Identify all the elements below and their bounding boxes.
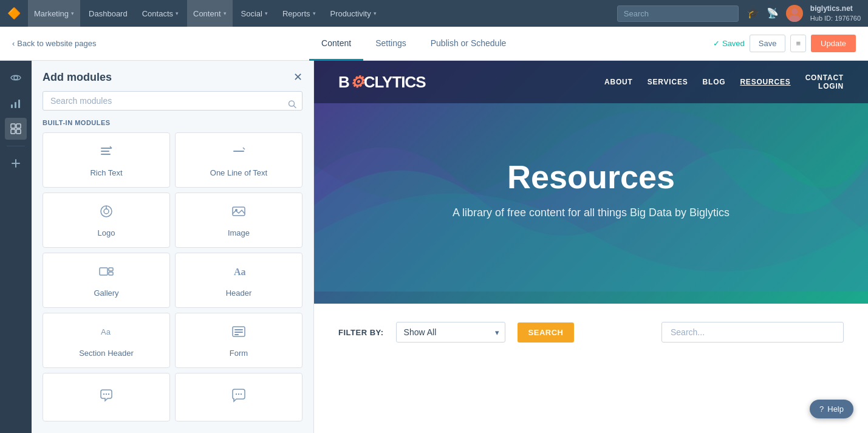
nav-login[interactable]: LOGIN [818, 82, 844, 90]
filter-section: FILTER BY: Show All ▾ SEARCH [314, 304, 868, 361]
analytics-icon-btn[interactable] [5, 92, 27, 114]
svg-rect-3 [11, 104, 13, 108]
svg-rect-14 [101, 148, 112, 149]
nav-contact[interactable]: CONTACT [805, 73, 844, 82]
tab-content[interactable]: Content [309, 27, 363, 61]
modules-search-icon [288, 100, 296, 111]
chat-1-icon [98, 387, 115, 407]
svg-rect-9 [16, 129, 21, 134]
nav-resources[interactable]: RESOURCES [740, 78, 790, 86]
svg-rect-6 [11, 124, 15, 128]
module-logo[interactable]: Logo [43, 193, 170, 248]
nav-blog[interactable]: BLOG [703, 78, 726, 86]
svg-rect-31 [234, 334, 239, 335]
modules-header: Add modules ✕ [32, 61, 313, 91]
update-button[interactable]: Update [811, 35, 856, 52]
add-icon-btn[interactable] [5, 152, 27, 174]
back-link[interactable]: ‹ Back to website pages [12, 39, 96, 48]
section-header-icon: Aa [98, 323, 115, 344]
modules-title: Add modules [43, 71, 112, 84]
site-nav-links: ABOUT SERVICES BLOG RESOURCES CONTACT LO… [604, 73, 844, 90]
svg-rect-8 [11, 129, 15, 134]
sidebar-icons [0, 61, 32, 433]
svg-text:Aa: Aa [101, 327, 111, 336]
svg-point-22 [235, 209, 238, 211]
user-avatar[interactable] [786, 5, 803, 22]
svg-rect-17 [233, 151, 244, 152]
svg-rect-24 [109, 268, 113, 271]
nav-social[interactable]: Social ▾ [235, 0, 274, 27]
form-icon [230, 323, 247, 344]
svg-rect-5 [18, 100, 20, 108]
tab-publish-schedule[interactable]: Publish or Schedule [419, 27, 519, 61]
filter-select[interactable]: Show All [396, 322, 505, 343]
svg-rect-30 [234, 332, 243, 333]
sub-header-actions: ✓ Saved Save ≡ Update [713, 35, 856, 52]
contacts-arrow: ▾ [176, 10, 179, 16]
list-view-button[interactable]: ≡ [790, 35, 806, 52]
nav-reports[interactable]: Reports ▾ [276, 0, 322, 27]
save-button[interactable]: Save [750, 35, 786, 52]
built-in-label: BUILT-IN MODULES [32, 119, 313, 132]
nav-content[interactable]: Content ▾ [187, 0, 233, 27]
content-arrow: ▾ [224, 10, 227, 16]
social-arrow: ▾ [265, 10, 268, 16]
module-chat-2[interactable] [175, 373, 302, 421]
nav-contacts[interactable]: Contacts ▾ [136, 0, 185, 27]
svg-point-34 [108, 394, 109, 395]
module-rich-text[interactable]: Rich Text [43, 132, 170, 188]
image-icon [230, 203, 247, 223]
module-image[interactable]: Image [175, 193, 302, 248]
hero-subtitle: A library of free content for all things… [453, 206, 730, 219]
sub-header: ‹ Back to website pages Content Settings… [0, 27, 868, 61]
svg-point-19 [104, 209, 109, 214]
logo-module-label: Logo [98, 228, 115, 237]
main-layout: Add modules ✕ BUILT-IN MODULES Rich Text [0, 61, 868, 433]
filter-label: FILTER BY: [338, 328, 384, 337]
user-info: biglytics.net Hub ID: 1976760 [810, 4, 861, 22]
module-form[interactable]: Form [175, 313, 302, 368]
modules-panel: Add modules ✕ BUILT-IN MODULES Rich Text [32, 61, 314, 433]
close-modules-button[interactable]: ✕ [293, 70, 302, 84]
svg-rect-15 [101, 151, 109, 152]
gallery-icon [98, 263, 115, 284]
gallery-module-label: Gallery [94, 288, 118, 298]
search-button[interactable]: SEARCH [518, 322, 575, 343]
module-section-header[interactable]: Aa Section Header [43, 313, 170, 368]
help-button[interactable]: ? Help [810, 400, 853, 418]
eye-icon-btn[interactable] [5, 67, 27, 89]
nav-marketing[interactable]: Marketing ▾ [28, 0, 80, 27]
hubspot-logo: 🔶 [7, 7, 21, 20]
global-search-input[interactable] [617, 5, 739, 22]
svg-point-36 [238, 394, 239, 395]
nav-services[interactable]: SERVICES [648, 78, 688, 86]
logo-icon [98, 203, 115, 223]
nav-productivity[interactable]: Productivity ▾ [324, 0, 383, 27]
modules-search-wrap [32, 91, 313, 119]
modules-icon-btn[interactable] [5, 118, 27, 140]
module-gallery[interactable]: Gallery [43, 253, 170, 308]
sub-tabs: Content Settings Publish or Schedule [114, 27, 713, 60]
svg-point-37 [241, 394, 242, 395]
nav-dashboard[interactable]: Dashboard [83, 0, 134, 27]
modules-search-input[interactable] [43, 91, 302, 111]
filter-search-input[interactable] [661, 322, 844, 343]
module-chat-1[interactable] [43, 373, 170, 421]
svg-point-33 [106, 394, 107, 395]
svg-rect-7 [16, 124, 21, 128]
svg-rect-16 [101, 154, 111, 155]
modules-grid: Rich Text One Line of Text Logo [32, 132, 313, 430]
module-header[interactable]: Aa Header [175, 253, 302, 308]
preview-area: B⚙CLYTICS ABOUT SERVICES BLOG RESOURCES … [314, 61, 868, 433]
reports-arrow: ▾ [313, 10, 316, 16]
svg-rect-23 [100, 268, 108, 275]
check-icon: ✓ [713, 39, 720, 48]
academy-icon[interactable]: 🎓 [747, 7, 759, 19]
tab-settings[interactable]: Settings [363, 27, 419, 61]
one-line-text-icon [230, 143, 247, 163]
notifications-icon[interactable]: 📡 [767, 7, 779, 19]
svg-point-35 [236, 394, 237, 395]
svg-line-13 [294, 106, 296, 108]
module-one-line-text[interactable]: One Line of Text [175, 132, 302, 188]
nav-about[interactable]: ABOUT [604, 78, 633, 86]
